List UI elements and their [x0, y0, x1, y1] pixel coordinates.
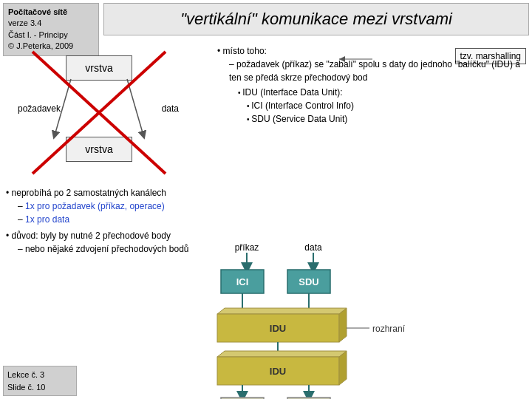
part: Část I. - Principy — [8, 30, 94, 41]
svg-line-1 — [127, 79, 143, 135]
left-bullet1: neprobíhá po 2 samostatných kanálech — [12, 188, 166, 198]
svg-text:SDU: SDU — [299, 276, 318, 287]
svg-marker-16 — [339, 308, 347, 342]
left-panel: vrstva vrstva — [3, 44, 210, 372]
left-diagram: vrstva vrstva — [18, 48, 180, 181]
left-sub1b: 1x pro data — [25, 214, 69, 225]
slide-number: Slide č. 10 — [7, 381, 72, 394]
data-text: data — [304, 242, 322, 253]
right-panel: tzv. marshalling místo toho: požadavek (… — [210, 44, 529, 372]
left-sub1a: 1x pro požadavek (příkaz, operace) — [25, 201, 165, 211]
left-bullets: neprobíhá po 2 samostatných kanálech 1x … — [6, 186, 207, 259]
idu-diagram-svg: příkaz data ICI SDU — [210, 240, 454, 399]
svg-text:IDU: IDU — [270, 323, 286, 334]
right-sub1a: požadavek (příkaz) se "zabalí" spolu s d… — [229, 59, 520, 83]
left-sub2a: nebo nějaké zdvojení přechodových bodů — [25, 244, 189, 254]
data-label: data — [162, 103, 179, 114]
sdu-item: SDU (Service Data Unit) — [251, 114, 347, 124]
right-bullets: místo toho: požadavek (příkaz) se "zabal… — [217, 44, 526, 129]
ici-item: ICI (Interface Control Info) — [251, 100, 354, 111]
idu-label: IDU (Interface Data Unit): — [242, 87, 342, 98]
idu-diagram: příkaz data ICI SDU — [210, 240, 529, 399]
svg-text:rozhraní: rozhraní — [372, 324, 406, 334]
svg-marker-23 — [339, 351, 347, 385]
left-diagram-svg — [18, 48, 180, 185]
pozadavek-label: požadavek — [18, 103, 61, 114]
svg-marker-14 — [217, 308, 347, 314]
content-area: vrstva vrstva — [3, 44, 529, 372]
left-bullet2: důvod: byly by nutné 2 přechodové body — [12, 231, 171, 241]
version: verze 3.4 — [8, 18, 94, 29]
svg-text:ICI: ICI — [236, 276, 249, 287]
svg-marker-21 — [217, 351, 347, 357]
right-bullet1: místo toho: — [223, 46, 267, 56]
svg-text:IDU: IDU — [270, 366, 286, 377]
slide-title: "vertikální" komunikace mezi vrstvami — [103, 3, 529, 35]
app-name: Počítačové sítě — [8, 7, 94, 18]
prikaz-text: příkaz — [235, 242, 259, 253]
